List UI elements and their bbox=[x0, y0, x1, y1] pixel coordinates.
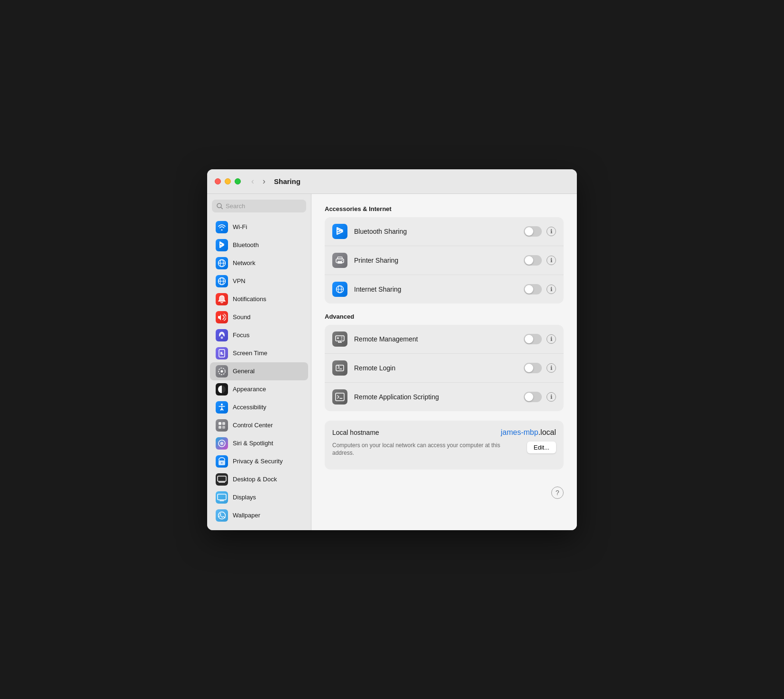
traffic-lights bbox=[215, 178, 241, 184]
sidebar-label-notifications: Notifications bbox=[233, 295, 266, 303]
titlebar: ‹ › Sharing bbox=[207, 169, 577, 194]
svg-rect-30 bbox=[337, 257, 342, 259]
hostname-label: Local hostname bbox=[332, 429, 379, 436]
sidebar-label-appearance: Appearance bbox=[233, 386, 266, 393]
remote-app-scripting-label: Remote Application Scripting bbox=[354, 393, 517, 401]
sidebar-item-sound[interactable]: Sound bbox=[210, 308, 308, 326]
remote-management-toggle-container: ℹ bbox=[524, 334, 556, 344]
remote-management-row: Remote Management ℹ bbox=[325, 325, 564, 354]
sidebar-label-bluetooth: Bluetooth bbox=[233, 241, 259, 248]
printer-sharing-info[interactable]: ℹ bbox=[547, 256, 556, 265]
svg-point-31 bbox=[342, 260, 343, 261]
remote-management-info[interactable]: ℹ bbox=[547, 334, 556, 344]
svg-point-19 bbox=[220, 441, 224, 445]
sidebar-item-displays[interactable]: Displays bbox=[210, 488, 308, 506]
forward-button[interactable]: › bbox=[260, 176, 268, 186]
svg-point-26 bbox=[219, 512, 226, 519]
sidebar-item-appearance[interactable]: Appearance bbox=[210, 380, 308, 398]
hostname-row: Local hostname james-mbp.local bbox=[332, 428, 556, 437]
minimize-button[interactable] bbox=[225, 178, 231, 184]
svg-point-38 bbox=[341, 338, 343, 340]
sidebar-item-focus[interactable]: Focus bbox=[210, 326, 308, 344]
bluetooth-sharing-toggle-container: ℹ bbox=[524, 226, 556, 237]
remote-management-icon bbox=[332, 331, 347, 347]
printer-sharing-toggle-container: ℹ bbox=[524, 255, 556, 266]
svg-rect-29 bbox=[337, 261, 342, 264]
sidebar-item-general[interactable]: General bbox=[210, 362, 308, 380]
main-content: Wi-Fi Bluetooth bbox=[207, 194, 577, 530]
sidebar-label-sound: Sound bbox=[233, 313, 251, 321]
sidebar-item-bluetooth[interactable]: Bluetooth bbox=[210, 236, 308, 254]
sidebar-item-wifi[interactable]: Wi-Fi bbox=[210, 218, 308, 236]
sidebar-label-wallpaper: Wallpaper bbox=[233, 512, 260, 519]
window: ‹ › Sharing bbox=[207, 169, 577, 530]
sidebar-item-wallpaper[interactable]: Wallpaper bbox=[210, 506, 308, 524]
bluetooth-sharing-icon bbox=[332, 224, 347, 239]
remote-management-label: Remote Management bbox=[354, 335, 517, 343]
sidebar-item-screentime[interactable]: Screen Time bbox=[210, 344, 308, 362]
remote-management-toggle[interactable] bbox=[524, 334, 542, 344]
svg-rect-42 bbox=[336, 365, 344, 371]
svg-rect-23 bbox=[219, 482, 225, 483]
sidebar-label-siri: Siri & Spotlight bbox=[233, 440, 273, 447]
printer-sharing-toggle[interactable] bbox=[524, 255, 542, 266]
internet-sharing-row: Internet Sharing ℹ bbox=[325, 275, 564, 304]
sound-icon bbox=[216, 311, 228, 323]
sidebar-item-siri[interactable]: Siri & Spotlight bbox=[210, 434, 308, 452]
window-title: Sharing bbox=[274, 177, 301, 185]
edit-hostname-button[interactable]: Edit... bbox=[527, 441, 556, 453]
controlcenter-icon bbox=[216, 419, 228, 432]
hostname-card: Local hostname james-mbp.local Computers… bbox=[325, 421, 564, 470]
remote-login-row: Remote Login ℹ bbox=[325, 354, 564, 383]
sidebar-item-privacy[interactable]: Privacy & Security bbox=[210, 452, 308, 470]
sidebar-label-vpn: VPN bbox=[233, 277, 246, 285]
appearance-icon bbox=[216, 383, 228, 395]
sidebar-label-network: Network bbox=[233, 259, 255, 267]
svg-line-1 bbox=[221, 207, 223, 209]
internet-sharing-icon bbox=[332, 282, 347, 297]
remote-app-scripting-info[interactable]: ℹ bbox=[547, 392, 556, 402]
svg-point-37 bbox=[341, 336, 343, 338]
bluetooth-sharing-label: Bluetooth Sharing bbox=[354, 228, 517, 235]
sidebar-item-accessibility[interactable]: Accessibility bbox=[210, 398, 308, 416]
advanced-card: Remote Management ℹ Rem bbox=[325, 325, 564, 411]
maximize-button[interactable] bbox=[235, 178, 241, 184]
remote-login-toggle[interactable] bbox=[524, 363, 542, 373]
sidebar-label-controlcenter: Control Center bbox=[233, 422, 273, 429]
sidebar-label-displays: Displays bbox=[233, 494, 256, 501]
sidebar-item-controlcenter[interactable]: Control Center bbox=[210, 416, 308, 434]
search-input[interactable] bbox=[226, 202, 301, 210]
network-icon bbox=[216, 257, 228, 269]
internet-sharing-info[interactable]: ℹ bbox=[547, 285, 556, 294]
svg-rect-15 bbox=[222, 422, 225, 425]
internet-sharing-toggle[interactable] bbox=[524, 284, 542, 294]
remote-login-info[interactable]: ℹ bbox=[547, 363, 556, 373]
sidebar-item-network[interactable]: Network bbox=[210, 254, 308, 272]
printer-sharing-label: Printer Sharing bbox=[354, 257, 517, 264]
help-button[interactable]: ? bbox=[551, 487, 564, 499]
remote-app-scripting-toggle[interactable] bbox=[524, 392, 542, 402]
section2-header: Advanced bbox=[325, 313, 564, 320]
back-button[interactable]: ‹ bbox=[248, 176, 257, 186]
siri-icon bbox=[216, 437, 228, 450]
search-box[interactable] bbox=[212, 200, 306, 212]
bluetooth-icon bbox=[216, 239, 228, 251]
svg-point-13 bbox=[221, 404, 223, 405]
bluetooth-sharing-row: Bluetooth Sharing ℹ bbox=[325, 217, 564, 246]
sidebar-item-vpn[interactable]: VPN bbox=[210, 272, 308, 290]
remote-login-icon bbox=[332, 360, 347, 376]
remote-app-scripting-row: Remote Application Scripting ℹ bbox=[325, 383, 564, 411]
bluetooth-sharing-info[interactable]: ℹ bbox=[547, 227, 556, 236]
svg-point-10 bbox=[221, 370, 223, 372]
close-button[interactable] bbox=[215, 178, 221, 184]
printer-sharing-icon bbox=[332, 253, 347, 268]
hostname-name: james-mbp bbox=[501, 428, 538, 436]
sidebar-item-notifications[interactable]: Notifications bbox=[210, 290, 308, 308]
general-icon bbox=[216, 365, 228, 377]
accessories-internet-card: Bluetooth Sharing ℹ bbox=[325, 217, 564, 304]
sidebar-item-desktop[interactable]: Desktop & Dock bbox=[210, 470, 308, 488]
privacy-icon bbox=[216, 455, 228, 468]
bluetooth-sharing-toggle[interactable] bbox=[524, 226, 542, 237]
remote-login-label: Remote Login bbox=[354, 364, 517, 372]
sidebar: Wi-Fi Bluetooth bbox=[207, 194, 311, 530]
